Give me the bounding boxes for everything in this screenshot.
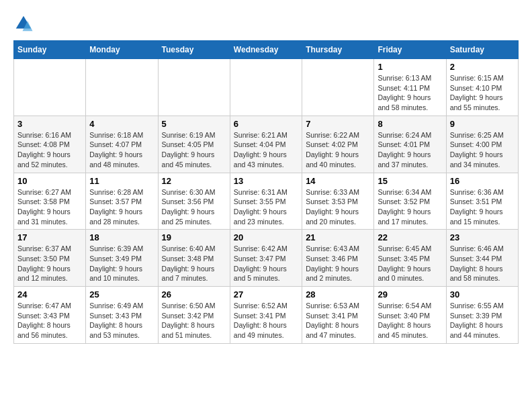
calendar-cell: 16Sunrise: 6:36 AM Sunset: 3:51 PM Dayli…	[446, 173, 518, 230]
day-number: 6	[234, 119, 298, 129]
day-number: 24	[17, 289, 82, 300]
day-header-friday: Friday	[374, 41, 446, 59]
day-info: Sunrise: 6:36 AM Sunset: 3:51 PM Dayligh…	[450, 187, 515, 227]
calendar-cell: 21Sunrise: 6:43 AM Sunset: 3:46 PM Dayli…	[302, 230, 374, 287]
calendar-cell: 23Sunrise: 6:46 AM Sunset: 3:44 PM Dayli…	[446, 230, 518, 287]
page-header	[13, 13, 519, 34]
day-info: Sunrise: 6:55 AM Sunset: 3:39 PM Dayligh…	[450, 301, 515, 340]
calendar-week-3: 10Sunrise: 6:27 AM Sunset: 3:58 PM Dayli…	[14, 173, 519, 230]
day-number: 4	[89, 119, 154, 129]
day-info: Sunrise: 6:15 AM Sunset: 4:10 PM Dayligh…	[450, 73, 515, 113]
logo-icon	[13, 13, 34, 34]
calendar-cell	[14, 59, 86, 116]
calendar-cell: 2Sunrise: 6:15 AM Sunset: 4:10 PM Daylig…	[446, 59, 518, 116]
calendar-week-4: 17Sunrise: 6:37 AM Sunset: 3:50 PM Dayli…	[14, 230, 519, 287]
day-number: 9	[450, 119, 515, 129]
day-number: 5	[162, 119, 226, 129]
calendar-cell: 17Sunrise: 6:37 AM Sunset: 3:50 PM Dayli…	[14, 230, 86, 287]
day-number: 12	[162, 176, 226, 186]
day-info: Sunrise: 6:24 AM Sunset: 4:01 PM Dayligh…	[378, 130, 442, 170]
calendar-table: SundayMondayTuesdayWednesdayThursdayFrid…	[13, 40, 519, 344]
calendar-cell: 9Sunrise: 6:25 AM Sunset: 4:00 PM Daylig…	[446, 116, 518, 173]
day-info: Sunrise: 6:28 AM Sunset: 3:57 PM Dayligh…	[89, 187, 154, 227]
calendar-cell: 28Sunrise: 6:53 AM Sunset: 3:41 PM Dayli…	[302, 287, 374, 344]
day-number: 25	[89, 289, 154, 300]
day-info: Sunrise: 6:31 AM Sunset: 3:55 PM Dayligh…	[234, 187, 298, 227]
day-info: Sunrise: 6:37 AM Sunset: 3:50 PM Dayligh…	[17, 244, 82, 283]
day-header-tuesday: Tuesday	[158, 41, 230, 59]
day-number: 3	[17, 119, 82, 129]
day-header-thursday: Thursday	[302, 41, 374, 59]
day-info: Sunrise: 6:45 AM Sunset: 3:45 PM Dayligh…	[378, 244, 442, 283]
day-info: Sunrise: 6:13 AM Sunset: 4:11 PM Dayligh…	[378, 73, 442, 113]
calendar-cell	[158, 59, 230, 116]
calendar-cell: 26Sunrise: 6:50 AM Sunset: 3:42 PM Dayli…	[158, 287, 230, 344]
day-number: 28	[306, 289, 370, 300]
calendar-cell: 19Sunrise: 6:40 AM Sunset: 3:48 PM Dayli…	[158, 230, 230, 287]
calendar-cell	[230, 59, 302, 116]
day-info: Sunrise: 6:52 AM Sunset: 3:41 PM Dayligh…	[234, 301, 298, 340]
day-info: Sunrise: 6:19 AM Sunset: 4:05 PM Dayligh…	[162, 130, 226, 170]
day-number: 23	[450, 232, 515, 242]
calendar-cell: 27Sunrise: 6:52 AM Sunset: 3:41 PM Dayli…	[230, 287, 302, 344]
calendar-cell: 22Sunrise: 6:45 AM Sunset: 3:45 PM Dayli…	[374, 230, 446, 287]
day-number: 17	[17, 232, 82, 242]
day-number: 22	[378, 232, 442, 242]
calendar-cell: 25Sunrise: 6:49 AM Sunset: 3:43 PM Dayli…	[86, 287, 158, 344]
day-number: 1	[378, 62, 442, 72]
day-info: Sunrise: 6:16 AM Sunset: 4:08 PM Dayligh…	[17, 130, 82, 170]
day-info: Sunrise: 6:53 AM Sunset: 3:41 PM Dayligh…	[306, 301, 370, 340]
day-number: 10	[17, 176, 82, 186]
day-number: 27	[234, 289, 298, 300]
day-info: Sunrise: 6:25 AM Sunset: 4:00 PM Dayligh…	[450, 130, 515, 170]
day-info: Sunrise: 6:54 AM Sunset: 3:40 PM Dayligh…	[378, 301, 442, 340]
day-number: 11	[89, 176, 154, 186]
calendar-cell	[86, 59, 158, 116]
day-header-sunday: Sunday	[14, 41, 86, 59]
calendar-cell: 5Sunrise: 6:19 AM Sunset: 4:05 PM Daylig…	[158, 116, 230, 173]
day-number: 30	[450, 289, 515, 300]
day-number: 26	[162, 289, 226, 300]
calendar-cell: 4Sunrise: 6:18 AM Sunset: 4:07 PM Daylig…	[86, 116, 158, 173]
day-header-monday: Monday	[86, 41, 158, 59]
calendar-week-1: 1Sunrise: 6:13 AM Sunset: 4:11 PM Daylig…	[14, 59, 519, 116]
calendar-cell: 30Sunrise: 6:55 AM Sunset: 3:39 PM Dayli…	[446, 287, 518, 344]
calendar-cell: 11Sunrise: 6:28 AM Sunset: 3:57 PM Dayli…	[86, 173, 158, 230]
day-number: 18	[89, 232, 154, 242]
calendar-cell: 14Sunrise: 6:33 AM Sunset: 3:53 PM Dayli…	[302, 173, 374, 230]
day-number: 2	[450, 62, 515, 72]
day-number: 14	[306, 176, 370, 186]
day-info: Sunrise: 6:18 AM Sunset: 4:07 PM Dayligh…	[89, 130, 154, 170]
calendar-cell: 10Sunrise: 6:27 AM Sunset: 3:58 PM Dayli…	[14, 173, 86, 230]
day-info: Sunrise: 6:40 AM Sunset: 3:48 PM Dayligh…	[162, 244, 226, 283]
day-info: Sunrise: 6:46 AM Sunset: 3:44 PM Dayligh…	[450, 244, 515, 283]
day-number: 13	[234, 176, 298, 186]
day-info: Sunrise: 6:30 AM Sunset: 3:56 PM Dayligh…	[162, 187, 226, 227]
day-info: Sunrise: 6:49 AM Sunset: 3:43 PM Dayligh…	[89, 301, 154, 340]
calendar-week-2: 3Sunrise: 6:16 AM Sunset: 4:08 PM Daylig…	[14, 116, 519, 173]
day-number: 29	[378, 289, 442, 300]
day-header-saturday: Saturday	[446, 41, 518, 59]
day-info: Sunrise: 6:34 AM Sunset: 3:52 PM Dayligh…	[378, 187, 442, 227]
calendar-week-5: 24Sunrise: 6:47 AM Sunset: 3:43 PM Dayli…	[14, 287, 519, 344]
calendar-cell: 12Sunrise: 6:30 AM Sunset: 3:56 PM Dayli…	[158, 173, 230, 230]
day-number: 8	[378, 119, 442, 129]
calendar-cell: 29Sunrise: 6:54 AM Sunset: 3:40 PM Dayli…	[374, 287, 446, 344]
day-number: 19	[162, 232, 226, 242]
day-info: Sunrise: 6:27 AM Sunset: 3:58 PM Dayligh…	[17, 187, 82, 227]
calendar-cell	[302, 59, 374, 116]
day-info: Sunrise: 6:21 AM Sunset: 4:04 PM Dayligh…	[234, 130, 298, 170]
day-info: Sunrise: 6:39 AM Sunset: 3:49 PM Dayligh…	[89, 244, 154, 283]
day-info: Sunrise: 6:42 AM Sunset: 3:47 PM Dayligh…	[234, 244, 298, 283]
day-number: 21	[306, 232, 370, 242]
calendar-cell: 24Sunrise: 6:47 AM Sunset: 3:43 PM Dayli…	[14, 287, 86, 344]
calendar-cell: 13Sunrise: 6:31 AM Sunset: 3:55 PM Dayli…	[230, 173, 302, 230]
day-info: Sunrise: 6:33 AM Sunset: 3:53 PM Dayligh…	[306, 187, 370, 227]
day-number: 7	[306, 119, 370, 129]
calendar-cell: 3Sunrise: 6:16 AM Sunset: 4:08 PM Daylig…	[14, 116, 86, 173]
calendar-cell: 8Sunrise: 6:24 AM Sunset: 4:01 PM Daylig…	[374, 116, 446, 173]
calendar-cell: 6Sunrise: 6:21 AM Sunset: 4:04 PM Daylig…	[230, 116, 302, 173]
day-info: Sunrise: 6:22 AM Sunset: 4:02 PM Dayligh…	[306, 130, 370, 170]
day-info: Sunrise: 6:43 AM Sunset: 3:46 PM Dayligh…	[306, 244, 370, 283]
day-number: 20	[234, 232, 298, 242]
